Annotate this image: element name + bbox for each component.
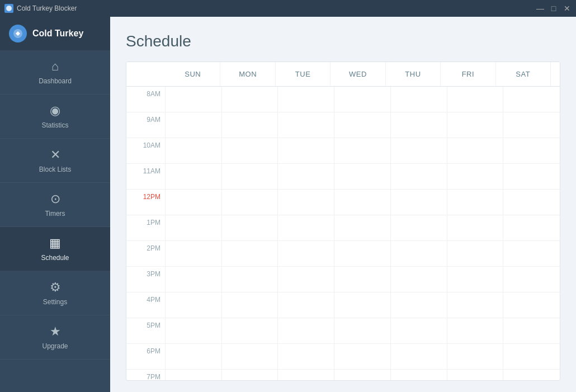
schedule-cell[interactable] (278, 215, 334, 240)
schedule-cell[interactable] (503, 87, 560, 112)
schedule-cell[interactable] (503, 164, 560, 189)
schedule-cell[interactable] (447, 344, 504, 369)
sidebar-item-statistics[interactable]: ◉Statistics (0, 95, 110, 139)
sidebar-item-dashboard[interactable]: ⌂Dashboard (0, 50, 110, 95)
schedule-cell[interactable] (278, 112, 334, 138)
schedule-cell[interactable] (222, 318, 278, 343)
schedule-cell[interactable] (278, 164, 334, 189)
schedule-cell[interactable] (447, 138, 504, 163)
schedule-cell[interactable] (334, 164, 391, 189)
schedule-cell[interactable] (278, 370, 334, 380)
schedule-cell[interactable] (334, 87, 391, 112)
schedule-cell[interactable] (278, 190, 334, 215)
schedule-cell[interactable] (166, 87, 222, 112)
sidebar-item-block-lists[interactable]: ✕Block Lists (0, 139, 110, 183)
schedule-cell[interactable] (166, 370, 222, 380)
schedule-cell[interactable] (391, 318, 447, 343)
schedule-cell[interactable] (503, 215, 560, 240)
schedule-cell[interactable] (391, 241, 447, 266)
schedule-cell[interactable] (391, 215, 447, 240)
schedule-cell[interactable] (334, 138, 391, 163)
schedule-cell[interactable] (222, 190, 278, 215)
schedule-cell[interactable] (447, 241, 504, 266)
schedule-cell[interactable] (391, 87, 447, 112)
schedule-cell[interactable] (278, 267, 334, 292)
schedule-cell[interactable] (222, 215, 278, 240)
schedule-cell[interactable] (447, 164, 504, 189)
schedule-cell[interactable] (166, 318, 222, 343)
schedule-cell[interactable] (391, 292, 447, 318)
schedule-cell[interactable] (166, 112, 222, 138)
schedule-cell[interactable] (166, 292, 222, 318)
schedule-cell[interactable] (503, 318, 560, 343)
schedule-cell[interactable] (447, 292, 504, 318)
schedule-cell[interactable] (166, 215, 222, 240)
upgrade-icon: ★ (50, 324, 61, 339)
schedule-cell[interactable] (503, 344, 560, 369)
schedule-cell[interactable] (278, 318, 334, 343)
schedule-cell[interactable] (166, 344, 222, 369)
schedule-cell[interactable] (334, 215, 391, 240)
schedule-cell[interactable] (334, 267, 391, 292)
sidebar-item-schedule[interactable]: ▦Schedule (0, 227, 110, 271)
schedule-cell[interactable] (503, 138, 560, 163)
schedule-cell[interactable] (222, 112, 278, 138)
minimize-button[interactable]: — (536, 4, 545, 13)
schedule-cell[interactable] (503, 190, 560, 215)
schedule-cell[interactable] (391, 138, 447, 163)
schedule-cell[interactable] (222, 370, 278, 380)
schedule-cell[interactable] (503, 292, 560, 318)
schedule-row: 8AM (126, 87, 560, 112)
schedule-cell[interactable] (222, 87, 278, 112)
schedule-cell[interactable] (334, 190, 391, 215)
close-button[interactable]: ✕ (563, 4, 572, 13)
schedule-cell[interactable] (447, 87, 504, 112)
schedule-cell[interactable] (447, 190, 504, 215)
schedule-cell[interactable] (334, 112, 391, 138)
schedule-body[interactable]: 8AM9AM10AM11AM12PM1PM2PM3PM4PM5PM6PM7PM (126, 87, 560, 380)
schedule-cell[interactable] (447, 267, 504, 292)
maximize-button[interactable]: □ (549, 4, 558, 13)
time-label-5pm: 5PM (126, 318, 166, 343)
schedule-cell[interactable] (503, 112, 560, 138)
schedule-cell[interactable] (334, 318, 391, 343)
schedule-cell[interactable] (503, 370, 560, 380)
schedule-cell[interactable] (503, 241, 560, 266)
timers-label: Timers (45, 210, 65, 218)
schedule-cell[interactable] (503, 267, 560, 292)
schedule-cell[interactable] (391, 267, 447, 292)
schedule-cell[interactable] (334, 292, 391, 318)
schedule-cell[interactable] (334, 241, 391, 266)
sidebar-item-settings[interactable]: ⚙Settings (0, 271, 110, 315)
schedule-cell[interactable] (222, 138, 278, 163)
schedule-cell[interactable] (334, 370, 391, 380)
schedule-cell[interactable] (391, 344, 447, 369)
schedule-cell[interactable] (391, 112, 447, 138)
sidebar-item-upgrade[interactable]: ★Upgrade (0, 315, 110, 360)
schedule-cell[interactable] (222, 344, 278, 369)
schedule-cell[interactable] (222, 267, 278, 292)
schedule-cell[interactable] (447, 215, 504, 240)
schedule-cell[interactable] (166, 138, 222, 163)
schedule-cell[interactable] (391, 190, 447, 215)
schedule-cell[interactable] (166, 267, 222, 292)
schedule-cell[interactable] (391, 370, 447, 380)
schedule-cell[interactable] (166, 164, 222, 189)
schedule-cell[interactable] (166, 241, 222, 266)
schedule-cell[interactable] (334, 344, 391, 369)
schedule-cell[interactable] (278, 292, 334, 318)
schedule-cell[interactable] (222, 241, 278, 266)
schedule-cell[interactable] (222, 164, 278, 189)
schedule-cell[interactable] (278, 344, 334, 369)
schedule-cell[interactable] (166, 190, 222, 215)
schedule-cell[interactable] (222, 292, 278, 318)
sidebar-item-timers[interactable]: ⊙Timers (0, 183, 110, 227)
schedule-cell[interactable] (278, 138, 334, 163)
schedule-header: SUNMONTUEWEDTHUFRISAT (126, 62, 560, 87)
schedule-cell[interactable] (278, 241, 334, 266)
schedule-cell[interactable] (278, 87, 334, 112)
schedule-cell[interactable] (447, 318, 504, 343)
schedule-cell[interactable] (447, 112, 504, 138)
schedule-cell[interactable] (447, 370, 504, 380)
schedule-cell[interactable] (391, 164, 447, 189)
